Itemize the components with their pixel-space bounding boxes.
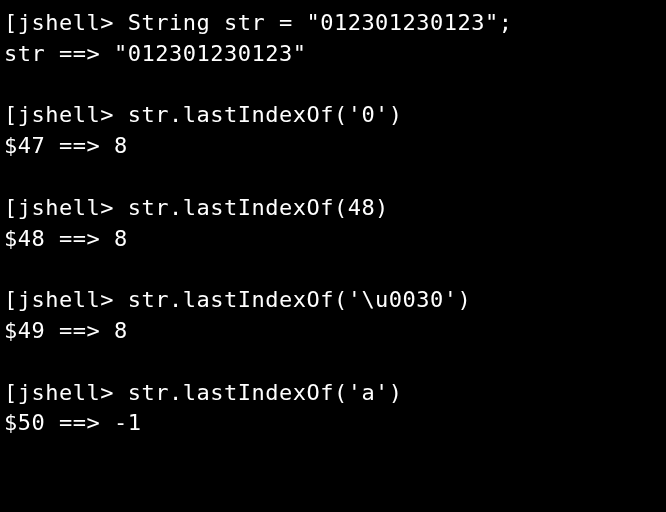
output-line xyxy=(4,70,662,101)
output-line: $48 ==> 8 xyxy=(4,224,662,255)
output-text: $49 ==> 8 xyxy=(4,318,128,343)
output-line: $49 ==> 8 xyxy=(4,316,662,347)
output-line xyxy=(4,347,662,378)
output-text: str ==> "012301230123" xyxy=(4,41,306,66)
output-text: $48 ==> 8 xyxy=(4,226,128,251)
output-line: str ==> "012301230123" xyxy=(4,39,662,70)
prompt-line: [jshell> str.lastIndexOf(48) xyxy=(4,193,662,224)
prompt-label: jshell> str.lastIndexOf(48) xyxy=(18,195,389,220)
terminal-output[interactable]: [jshell> String str = "012301230123";str… xyxy=(4,8,662,439)
prompt-line: [jshell> String str = "012301230123"; xyxy=(4,8,662,39)
prompt-line: [jshell> str.lastIndexOf('0') xyxy=(4,100,662,131)
prompt-bracket-open: [ xyxy=(4,195,18,220)
output-line: $47 ==> 8 xyxy=(4,131,662,162)
output-line xyxy=(4,254,662,285)
prompt-bracket-open: [ xyxy=(4,102,18,127)
prompt-line: [jshell> str.lastIndexOf('\u0030') xyxy=(4,285,662,316)
prompt-bracket-open: [ xyxy=(4,10,18,35)
output-line xyxy=(4,162,662,193)
prompt-bracket-open: [ xyxy=(4,380,18,405)
output-line: $50 ==> -1 xyxy=(4,408,662,439)
prompt-label: jshell> String str = "012301230123"; xyxy=(18,10,513,35)
output-text: $47 ==> 8 xyxy=(4,133,128,158)
output-text: $50 ==> -1 xyxy=(4,410,141,435)
prompt-line: [jshell> str.lastIndexOf('a') xyxy=(4,378,662,409)
prompt-label: jshell> str.lastIndexOf('0') xyxy=(18,102,403,127)
prompt-bracket-open: [ xyxy=(4,287,18,312)
prompt-label: jshell> str.lastIndexOf('a') xyxy=(18,380,403,405)
prompt-label: jshell> str.lastIndexOf('\u0030') xyxy=(18,287,472,312)
